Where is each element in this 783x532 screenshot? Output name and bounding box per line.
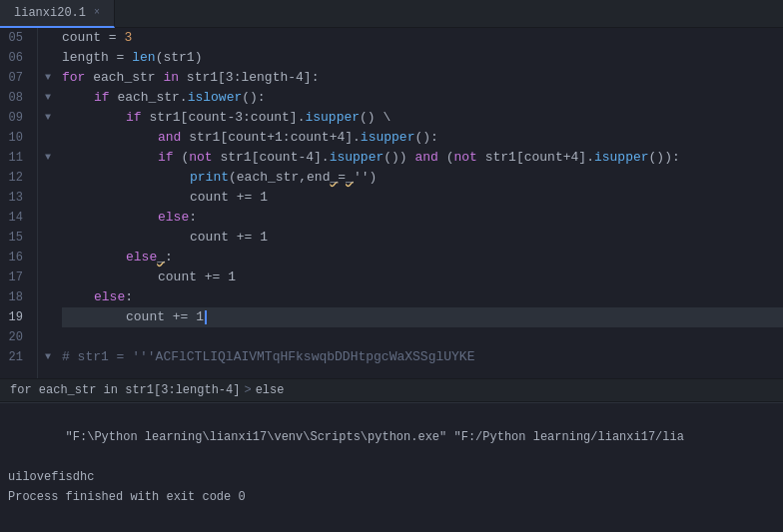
token-fn-10-4: isupper [361, 128, 415, 148]
token-var2-10-2: count [228, 128, 267, 148]
code-line-06: length = len(str1) [62, 48, 783, 68]
line-number-11: 11 [0, 148, 29, 168]
line-numbers: 0506070809101112131415161718192021 [0, 28, 38, 378]
code-line-05: count = 3 [62, 28, 783, 48]
token-white-10-1: str1[ [181, 128, 228, 148]
indent-19 [62, 307, 126, 327]
code-line-18: else: [62, 287, 783, 307]
token-white-08-1: each_str. [110, 88, 188, 108]
token-white-11-13: ()): [649, 148, 680, 168]
token-white-09-3: ]. [290, 108, 306, 128]
token-comment-21-0: # str1 = '''ACFlCTLIQlAIVMTqHFkswqbDDHtp… [62, 347, 474, 367]
code-line-12: print(each_str,end_=_'') [62, 168, 783, 188]
tab-label: lianxi20.1 [14, 6, 86, 20]
terminal-output1: uilovefisdhc [8, 467, 775, 487]
fold-arrow-08[interactable]: ▼ [45, 88, 51, 108]
token-fn-11-12: isupper [594, 148, 649, 168]
main-content: lianxi20.1 × 050607080910111213141516171… [0, 0, 783, 532]
token-kw-11-6: and [414, 148, 437, 168]
token-white-17-1: += 1 [197, 267, 236, 287]
code-line-10: and str1[count+1:count+4].isupper(): [62, 128, 783, 148]
code-line-09: if str1[count-3:count].isupper() \ [62, 108, 783, 128]
terminal-output2: Process finished with exit code 0 [8, 487, 775, 507]
token-kw-07-0: for [62, 68, 85, 88]
token-white-07-1: each_str [85, 68, 163, 88]
gutter-item-07: ▼ [38, 68, 58, 88]
line-number-08: 08 [0, 88, 29, 108]
token-white-08-3: (): [242, 88, 265, 108]
token-white-12-1: (each_str,end [229, 168, 330, 188]
terminal-cmd: "F:\Python learning\lianxi17\venv\Script… [8, 407, 775, 467]
gutter-item-16 [38, 248, 58, 267]
token-var2-15-0: count [190, 228, 229, 248]
breadcrumb-bar: for each_str in str1[3:length-4] > else [0, 378, 783, 402]
code-editor: 0506070809101112131415161718192021 ▼▼▼▼▼… [0, 28, 783, 378]
token-white-06-1: = [109, 48, 132, 68]
fold-arrow-09[interactable]: ▼ [45, 108, 51, 128]
indent-08 [62, 88, 94, 108]
active-tab[interactable]: lianxi20.1 × [0, 0, 115, 28]
code-line-07: for each_str in str1[3:length-4]: [62, 68, 783, 88]
fold-arrow-11[interactable]: ▼ [45, 148, 51, 168]
token-white-19-1: += 1 [165, 307, 204, 327]
code-line-11: if (not str1[count-4].isupper()) and (no… [62, 148, 783, 168]
token-squiggly-12-4: _ [346, 168, 354, 188]
line-number-16: 16 [0, 248, 29, 267]
code-line-08: if each_str.islower(): [62, 88, 783, 108]
indent-17 [62, 267, 158, 287]
token-fn-12-0: print [190, 168, 229, 188]
token-fn-08-2: islower [188, 88, 243, 108]
code-line-19: count += 1 [62, 307, 783, 327]
terminal-area: "F:\Python learning\lianxi17\venv\Script… [0, 402, 783, 532]
breadcrumb-sep: > [244, 383, 251, 397]
token-white-18-1: : [125, 287, 133, 307]
tab-bar: lianxi20.1 × [0, 0, 783, 28]
line-number-12: 12 [0, 168, 29, 188]
fold-arrow-21[interactable]: ▼ [45, 347, 51, 367]
indent-16 [62, 248, 126, 267]
indent-10 [62, 128, 158, 148]
token-white-15-1: += 1 [229, 228, 268, 248]
line-number-21: 21 [0, 347, 29, 367]
token-white-14-1: : [189, 208, 197, 228]
token-fn-06-2: len [132, 48, 155, 68]
token-white-09-5: () \ [360, 108, 391, 128]
gutter-item-09: ▼ [38, 108, 58, 128]
code-content[interactable]: count = 3length = len(str1)for each_str … [58, 28, 783, 378]
indent-13 [62, 188, 190, 208]
gutter-item-21: ▼ [38, 347, 58, 367]
line-number-19: 19 [0, 307, 29, 327]
terminal-output: "F:\Python learning\lianxi17\venv\Script… [0, 403, 783, 532]
token-kw-07-2: in [163, 68, 179, 88]
token-fn-11-4: isupper [330, 148, 385, 168]
code-line-13: count += 1 [62, 188, 783, 208]
line-number-07: 07 [0, 68, 29, 88]
token-white-12-3: = [338, 168, 346, 188]
token-kw-08-0: if [94, 88, 110, 108]
token-kw-14-0: else [158, 208, 189, 228]
gutter-item-15 [38, 228, 58, 248]
token-white-10-5: (): [414, 128, 437, 148]
token-white-09-1: str1[count-3: [142, 108, 251, 128]
token-var2-11-10: count [524, 148, 563, 168]
line-number-10: 10 [0, 128, 29, 148]
line-number-20: 20 [0, 327, 29, 347]
line-number-05: 05 [0, 28, 29, 48]
token-white-12-5: '') [354, 168, 377, 188]
token-squiggly-12-2: _ [330, 168, 338, 188]
token-white-11-1: ( [174, 148, 190, 168]
gutter-item-14 [38, 208, 58, 228]
token-kw-11-8: not [454, 148, 477, 168]
token-white-11-11: +4]. [563, 148, 594, 168]
token-squiggly-16-1: _ [157, 248, 165, 267]
token-white-11-3: str1[count-4]. [213, 148, 330, 168]
gutter-item-18 [38, 287, 58, 307]
token-white-05-1: = [101, 28, 124, 48]
token-var2-17-0: count [158, 267, 197, 287]
breadcrumb-else: else [256, 383, 285, 397]
fold-arrow-07[interactable]: ▼ [45, 68, 51, 88]
indent-11 [62, 148, 158, 168]
tab-close-icon[interactable]: × [94, 7, 100, 18]
gutter-item-17 [38, 267, 58, 287]
code-line-17: count += 1 [62, 267, 783, 287]
